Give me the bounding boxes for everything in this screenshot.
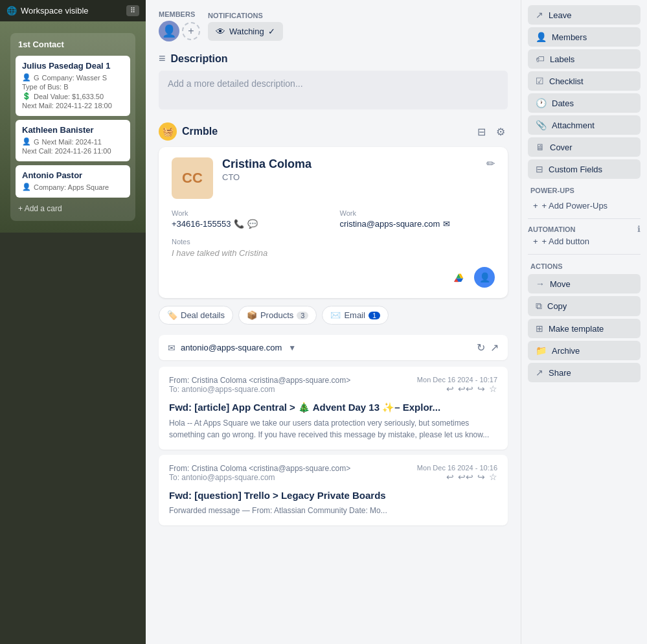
reply-icon[interactable]: ↩: [446, 384, 454, 394]
workspace-icon: 🌐: [6, 6, 17, 16]
email-from-select[interactable]: antonio@apps-square.com ▼: [181, 343, 471, 352]
google-contacts-icon[interactable]: 👤: [474, 267, 495, 288]
notes-label: Notes: [172, 238, 495, 246]
card-meta-mail: Next Mail: 2024-11-22 18:00: [22, 102, 124, 109]
email-section: ✉ antonio@apps-square.com ▼ ↻ ↗ From: Cr…: [159, 335, 508, 525]
actions-section-title: Actions: [530, 262, 641, 270]
products-icon: 📦: [247, 310, 257, 320]
tab-deal-details-label: Deal details: [181, 310, 225, 320]
star-icon-2[interactable]: ☆: [489, 472, 497, 482]
members-button[interactable]: 👤 Members: [528, 27, 641, 47]
add-power-ups-button[interactable]: + + Add Power-Ups: [528, 198, 613, 213]
power-ups-section-title: Power-Ups: [530, 187, 641, 194]
email-item-header: From: Cristina Coloma <cristina@apps-squ…: [169, 464, 497, 486]
labels-icon: 🏷: [536, 54, 545, 64]
email-refresh-button[interactable]: ↻: [477, 341, 485, 354]
crmble-settings-icon[interactable]: ⚙: [494, 124, 508, 139]
reply-all-icon[interactable]: ↩↩: [458, 384, 473, 394]
list-title: 1st Contact: [16, 38, 130, 51]
watching-label: Watching: [229, 27, 264, 36]
email-label: Work: [340, 209, 495, 217]
contact-name: Cristina Coloma: [222, 157, 477, 171]
move-icon: →: [536, 279, 545, 289]
make-template-icon: ⊞: [536, 323, 543, 334]
tab-email[interactable]: ✉️ Email 1: [322, 306, 389, 325]
email-compose-button[interactable]: ↗: [490, 341, 499, 354]
leave-button[interactable]: ↗ Leave: [528, 5, 641, 25]
tab-deal-details[interactable]: 🏷️ Deal details: [159, 306, 233, 325]
make-template-button[interactable]: ⊞ Make template: [528, 319, 641, 338]
notes-text: I have talked with Cristina: [172, 248, 495, 258]
left-sidebar: 🌐 Workspace visible ⠿ 1st Contact Julius…: [0, 0, 146, 644]
archive-button[interactable]: 📁 Archive: [528, 341, 641, 360]
reply-icon-2[interactable]: ↩: [446, 472, 454, 482]
contact-edit-button[interactable]: ✏: [486, 157, 495, 170]
email-envelope-icon: ✉: [168, 343, 176, 353]
cover-icon: 🖥: [536, 142, 545, 152]
main-content: Members 👤 + Notifications 👁 Watching ✓ ≡…: [146, 0, 521, 644]
automation-row: Automation ℹ: [528, 224, 641, 234]
email-from-text: From: Cristina Coloma <cristina@apps-squ…: [169, 464, 350, 473]
attachment-button[interactable]: 📎 Attachment: [528, 115, 641, 135]
email-from-row: ✉ antonio@apps-square.com ▼ ↻ ↗: [159, 335, 508, 360]
card-meta-call: Next Call: 2024-11-26 11:00: [22, 147, 124, 155]
phone-call-icon[interactable]: 📞: [234, 219, 244, 229]
share-icon: ↗: [536, 367, 543, 378]
contact-footer: 👤: [172, 267, 495, 288]
copy-button[interactable]: ⧉ Copy: [528, 296, 641, 316]
table-row[interactable]: Julius Pasedag Deal 1 👤 G Company: Wasse…: [16, 56, 130, 116]
add-button-button[interactable]: + + Add button: [528, 234, 595, 249]
checklist-button[interactable]: ☑ Checklist: [528, 71, 641, 91]
crmble-actions: ⊟ ⚙: [475, 124, 508, 139]
card-meta-type: Type of Bus: B: [22, 83, 124, 91]
forward-icon[interactable]: ↪: [477, 384, 485, 394]
dates-button[interactable]: 🕐 Dates: [528, 93, 641, 113]
attachment-icon: 📎: [536, 120, 547, 130]
right-sidebar: ↗ Leave 👤 Members 🏷 Labels ☑ Checklist 🕐…: [521, 0, 647, 644]
dropdown-arrow-icon: ▼: [288, 343, 296, 352]
divider: [528, 218, 641, 219]
products-badge: 3: [297, 312, 308, 319]
share-button[interactable]: ↗ Share: [528, 363, 641, 382]
custom-fields-button[interactable]: ⊟ Custom Fields: [528, 159, 641, 179]
plus-icon-2: +: [533, 236, 538, 246]
archive-icon: 📁: [536, 345, 547, 356]
crmble-title-row: 🧺 Crmble: [159, 122, 218, 141]
add-card-button[interactable]: + Add a card: [16, 201, 130, 216]
labels-button[interactable]: 🏷 Labels: [528, 49, 641, 69]
table-row[interactable]: Antonio Pastor 👤 Company: Apps Square: [16, 165, 130, 198]
eye-icon: 👁: [216, 26, 225, 37]
card-meta: 👤 Company: Apps Square: [22, 183, 124, 191]
email-send-icon[interactable]: ✉: [443, 219, 450, 229]
email-date: Mon Dec 16 2024 - 10:17 ↩ ↩↩ ↪ ☆: [417, 376, 497, 398]
phone-whatsapp-icon[interactable]: 💬: [247, 219, 258, 229]
members-group: 👤 +: [159, 21, 200, 41]
copy-icon: ⧉: [536, 301, 542, 312]
watching-button[interactable]: 👁 Watching ✓: [208, 22, 283, 41]
description-title: Description: [171, 53, 228, 65]
email-item[interactable]: From: Cristina Coloma <cristina@apps-squ…: [159, 367, 508, 450]
forward-icon-2[interactable]: ↪: [477, 472, 485, 482]
description-input[interactable]: Add a more detailed description...: [159, 71, 508, 109]
crmble-table-icon[interactable]: ⊟: [475, 124, 488, 139]
cover-button[interactable]: 🖥 Cover: [528, 137, 641, 157]
chevron-down-icon: ✓: [268, 27, 275, 36]
crmble-header: 🧺 Crmble ⊟ ⚙: [159, 122, 508, 141]
table-row[interactable]: Kathleen Banister 👤 G Next Mail: 2024-11…: [16, 120, 130, 161]
star-icon[interactable]: ☆: [489, 384, 497, 394]
dates-icon: 🕐: [536, 98, 547, 108]
email-item[interactable]: From: Cristina Coloma <cristina@apps-squ…: [159, 455, 508, 525]
tab-products[interactable]: 📦 Products 3: [238, 306, 317, 325]
google-drive-icon[interactable]: [448, 267, 469, 288]
phone-field: Work +34616-155553 📞 💬: [172, 209, 327, 229]
info-icon[interactable]: ℹ: [637, 224, 641, 234]
reply-all-icon-2[interactable]: ↩↩: [458, 472, 473, 482]
email-to-text: To: antonio@apps-square.com: [169, 473, 350, 482]
menu-icon[interactable]: ⠿: [126, 5, 139, 16]
move-button[interactable]: → Move: [528, 274, 641, 293]
card-meta: 👤 G Next Mail: 2024-11: [22, 137, 124, 146]
add-member-button[interactable]: +: [182, 22, 200, 40]
checklist-icon: ☑: [536, 76, 544, 86]
contact-top: CC Cristina Coloma CTO ✏: [172, 157, 495, 199]
workspace-name: Workspace visible: [21, 6, 89, 16]
